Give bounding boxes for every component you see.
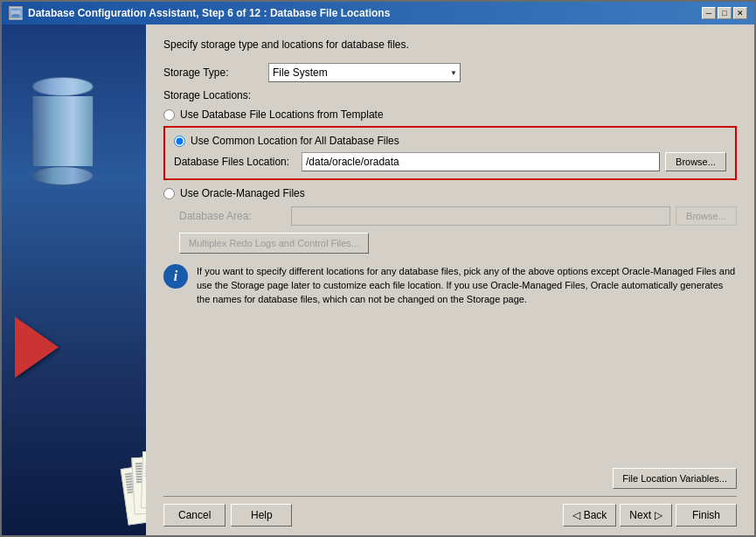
bottom-right-buttons: ◁ Back Next ▷ Finish <box>563 504 737 527</box>
main-window: Database Configuration Assistant, Step 6… <box>0 0 756 537</box>
title-bar: Database Configuration Assistant, Step 6… <box>2 2 754 24</box>
app-icon <box>9 6 23 20</box>
radio-common-label[interactable]: Use Common Location for All Database Fil… <box>191 135 399 147</box>
multiplex-button[interactable]: Multiplex Redo Logs and Control Files... <box>179 233 369 254</box>
window-title: Database Configuration Assistant, Step 6… <box>28 7 390 19</box>
radio-oracle-managed[interactable] <box>163 188 175 199</box>
maximize-button[interactable]: □ <box>718 7 732 19</box>
back-arrow-icon: ◁ <box>572 509 580 521</box>
radio-template[interactable] <box>163 109 175 121</box>
radio-template-option: Use Database File Locations from Templat… <box>163 108 737 121</box>
browse-button-oracle: Browse... <box>676 206 737 226</box>
svg-point-3 <box>11 14 20 17</box>
minimize-button[interactable]: ─ <box>702 7 716 19</box>
storage-type-label: Storage Type: <box>163 66 268 79</box>
next-arrow-icon: ▷ <box>655 509 662 521</box>
bottom-section: File Location Variables... Cancel Help ◁… <box>163 468 737 527</box>
bottom-buttons: Cancel Help ◁ Back Next ▷ Finish <box>163 496 737 527</box>
common-location-section: Use Common Location for All Database Fil… <box>163 126 737 180</box>
close-button[interactable]: ✕ <box>733 7 747 19</box>
db-files-location-row: Database Files Location: Browse... <box>174 152 726 171</box>
page-3 <box>141 451 146 510</box>
content-area: Specify storage type and locations for d… <box>2 24 754 535</box>
instruction-text: Specify storage type and locations for d… <box>163 38 737 51</box>
browse-button-common[interactable]: Browse... <box>665 152 726 171</box>
info-box: i If you want to specify different locat… <box>163 264 737 306</box>
database-area-label: Database Area: <box>179 210 286 222</box>
panel-illustration <box>2 24 146 535</box>
bottom-left-buttons: Cancel Help <box>163 504 292 527</box>
right-panel: Specify storage type and locations for d… <box>146 24 754 535</box>
db-cylinder-icon <box>32 77 94 185</box>
radio-common-option: Use Common Location for All Database Fil… <box>174 135 726 147</box>
next-label: Next <box>629 509 651 521</box>
back-button[interactable]: ◁ Back <box>563 504 617 527</box>
db-files-location-input[interactable] <box>302 152 660 171</box>
radio-common[interactable] <box>174 136 185 147</box>
radio-oracle-managed-option: Use Oracle-Managed Files <box>163 187 737 199</box>
radio-oracle-managed-label[interactable]: Use Oracle-Managed Files <box>180 187 305 199</box>
back-label: Back <box>584 509 607 521</box>
title-bar-left: Database Configuration Assistant, Step 6… <box>9 6 390 20</box>
database-area-row: Database Area: Browse... <box>179 206 737 226</box>
db-files-location-label: Database Files Location: <box>174 156 296 168</box>
info-icon: i <box>163 264 188 289</box>
storage-type-select-wrapper: File System ASM Raw Devices ▼ <box>268 63 461 82</box>
radio-template-label[interactable]: Use Database File Locations from Templat… <box>180 108 384 121</box>
next-button[interactable]: Next ▷ <box>620 504 672 527</box>
help-button[interactable]: Help <box>231 504 292 527</box>
database-area-input <box>291 206 670 226</box>
arrow-icon <box>15 317 59 378</box>
cancel-button[interactable]: Cancel <box>163 504 225 527</box>
info-text: If you want to specify different locatio… <box>197 264 737 306</box>
storage-type-select[interactable]: File System ASM Raw Devices <box>268 63 461 82</box>
file-location-vars-row: File Location Variables... <box>163 468 737 489</box>
finish-button[interactable]: Finish <box>676 504 737 527</box>
title-bar-controls: ─ □ ✕ <box>702 7 747 19</box>
multiplex-row: Multiplex Redo Logs and Control Files... <box>163 233 737 254</box>
storage-locations-label: Storage Locations: <box>163 89 737 101</box>
storage-type-row: Storage Type: File System ASM Raw Device… <box>163 63 737 82</box>
file-location-variables-button[interactable]: File Location Variables... <box>613 468 737 489</box>
left-panel <box>2 24 146 535</box>
